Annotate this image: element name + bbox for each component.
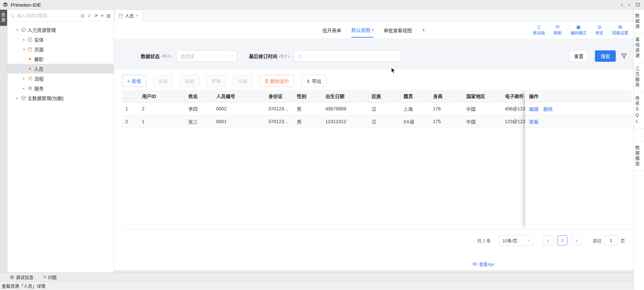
tree-item-label: 人力资源管理 <box>28 27 56 33</box>
export-button[interactable]: 导出 <box>301 75 326 87</box>
select-all-checkbox[interactable] <box>125 94 130 99</box>
resource-tree: ▾ 人力资源管理 ▸ 实体 ▾ 页面 兼职 <box>7 21 114 103</box>
column-header: 身高 <box>430 90 463 102</box>
layout-toggle-icon[interactable]: ⊡ <box>636 2 640 7</box>
right-strip-tab-third-party-services[interactable]: 三方服务 <box>634 63 644 92</box>
page-unit-label: 页 <box>620 237 625 244</box>
column-header: 民族 <box>368 90 400 102</box>
chevron-right-icon[interactable]: ▸ <box>16 96 21 100</box>
right-strip-tab-offline-resources[interactable]: 离线资源 <box>634 34 644 63</box>
code-mode-icon: ▣ <box>576 25 580 29</box>
flow-diagram-icon <box>28 76 34 81</box>
search-icon <box>10 13 15 18</box>
add-view-tab-button[interactable]: + <box>422 27 425 33</box>
row-actions: 编辑 删除 <box>525 102 632 115</box>
view-link[interactable]: 查看 <box>529 118 538 125</box>
view-action-bar: ▯ 移动端 ⟳ 刷新 ▣ 编码模式 ◎ 预览 <box>533 25 634 36</box>
view-settings-button[interactable]: ⊞ 视图设置 <box>612 25 628 36</box>
resources-strip-tab[interactable]: 资源 <box>0 10 7 26</box>
preview-button[interactable]: ◎ 预览 <box>595 25 603 36</box>
page-size-select[interactable]: 10条/页 ▾ <box>499 235 534 246</box>
enable-button[interactable]: 启用 <box>180 75 199 87</box>
right-activity-bar: 数据源 离线资源 三方服务 命名SQL 数据模型 <box>634 10 644 290</box>
column-header: 性别 <box>293 90 322 102</box>
page-size-value: 10条/页 <box>502 237 517 244</box>
chevron-down-icon[interactable]: ▾ <box>16 28 21 32</box>
validate-icon[interactable]: ✓ <box>87 13 91 18</box>
sort-list-icon[interactable]: ≡ <box>101 13 104 18</box>
mobile-preview-button[interactable]: ▯ 移动端 <box>533 25 545 36</box>
ai-assist-icon[interactable]: ◎ <box>81 13 84 18</box>
action-label: 移动端 <box>533 30 545 36</box>
page-1-button[interactable]: 1 <box>557 235 567 245</box>
problems-list-icon: ≡ <box>43 275 46 279</box>
add-button[interactable]: + 新增 <box>122 75 146 87</box>
column-header: 姓名 <box>185 90 213 102</box>
delete-link[interactable]: 删除 <box>543 105 553 112</box>
search-button[interactable]: 搜索 <box>595 50 616 62</box>
right-strip-tab-data-model[interactable]: 数据模型 <box>634 141 644 171</box>
tree-item-master-data[interactable]: ▸ 主数据管理(勿删) <box>7 93 114 103</box>
tree-item-page[interactable]: ▾ 页面 <box>7 44 114 54</box>
search-input[interactable] <box>17 13 79 18</box>
tree-item-service[interactable]: ▸ ⚙ 服务 <box>7 83 114 93</box>
view-tab-low-code-form[interactable]: 低开表单 <box>322 23 341 38</box>
close-icon[interactable]: × <box>136 13 138 18</box>
status-select[interactable]: 请选择 ▾ <box>176 50 237 62</box>
problems-tab[interactable]: ≡ 问题 <box>43 274 56 280</box>
prev-page-button[interactable]: ‹ <box>543 235 553 245</box>
tree-item-person[interactable]: 人员 <box>7 64 114 74</box>
view-tab-label: 默认视图 <box>351 27 370 33</box>
filter-funnel-icon[interactable] <box>621 53 627 59</box>
cell-user-id: 2 <box>138 102 185 115</box>
view-api-link[interactable]: 查看Api <box>472 261 494 267</box>
app-logo-icon <box>3 2 8 7</box>
document-tabbar: 人员 × <box>114 10 634 21</box>
next-page-button[interactable]: › <box>571 235 581 245</box>
cell-country: 中国 <box>463 115 501 128</box>
cell-birth: 12312312 <box>322 115 368 128</box>
goto-page-input[interactable] <box>604 235 618 245</box>
right-strip-tab-data-source[interactable]: 数据源 <box>634 10 644 34</box>
tree-item-parttime[interactable]: 兼职 <box>7 54 114 64</box>
api-row: 查看Api <box>114 246 634 267</box>
plus-icon: + <box>127 79 130 84</box>
time-picker-input[interactable]: ◷ <box>294 50 401 62</box>
effect-button[interactable]: 生效 <box>153 75 173 87</box>
code-mode-button[interactable]: ▣ 编码模式 <box>570 25 587 36</box>
export-resource-icon[interactable]: ▤ <box>107 13 111 18</box>
orange-dot-icon <box>29 58 31 60</box>
module-cube-icon <box>21 28 28 32</box>
tree-item-entity[interactable]: ▸ 实体 <box>7 35 114 44</box>
refresh-button[interactable]: ⟳ 刷新 <box>554 25 562 36</box>
tree-item-label: 人员 <box>34 65 43 72</box>
action-label: 预览 <box>595 30 603 36</box>
void-button[interactable]: 作废 <box>233 75 252 87</box>
view-tab-approval-view[interactable]: 审批查看视图 <box>384 23 412 38</box>
chevron-right-icon[interactable]: ▸ <box>23 77 28 80</box>
debug-icon: ▤ <box>10 275 14 279</box>
tree-item-flow[interactable]: ▸ 流程 <box>7 74 114 83</box>
view-tab-label: 审批查看视图 <box>384 27 412 34</box>
refresh-icon[interactable]: ⟳ <box>94 13 98 18</box>
chevron-down-icon[interactable]: ▾ <box>23 48 28 51</box>
doc-tab-person[interactable]: 人员 × <box>115 10 143 21</box>
chevron-right-icon[interactable]: ▸ <box>23 87 28 90</box>
row-index: 1 <box>122 102 138 115</box>
reset-button[interactable]: 重置 <box>569 50 588 62</box>
chevron-right-icon[interactable]: ▸ <box>23 38 28 41</box>
disable-button[interactable]: 停用 <box>206 75 226 87</box>
page-calendar-icon <box>28 47 34 52</box>
entity-doc-icon <box>28 37 34 42</box>
debug-info-tab[interactable]: ▤ 调试信息 <box>10 274 33 280</box>
nav-forward-icon[interactable]: › <box>628 2 630 7</box>
right-strip-tab-named-sql[interactable]: 命名SQL <box>634 92 644 129</box>
cell-user-id: 1 <box>138 115 185 128</box>
edit-link[interactable]: 编辑 <box>529 105 538 112</box>
nav-back-icon[interactable]: ‹ <box>621 2 623 7</box>
tree-item-hr-management[interactable]: ▾ 人力资源管理 <box>7 25 114 35</box>
delete-selected-button[interactable]: 删除选中 <box>259 75 294 87</box>
button-label: 删除选中 <box>270 78 289 84</box>
cell-code: 0001 <box>213 115 265 128</box>
view-tab-default-view[interactable]: 默认视图 ▾ <box>351 23 373 38</box>
